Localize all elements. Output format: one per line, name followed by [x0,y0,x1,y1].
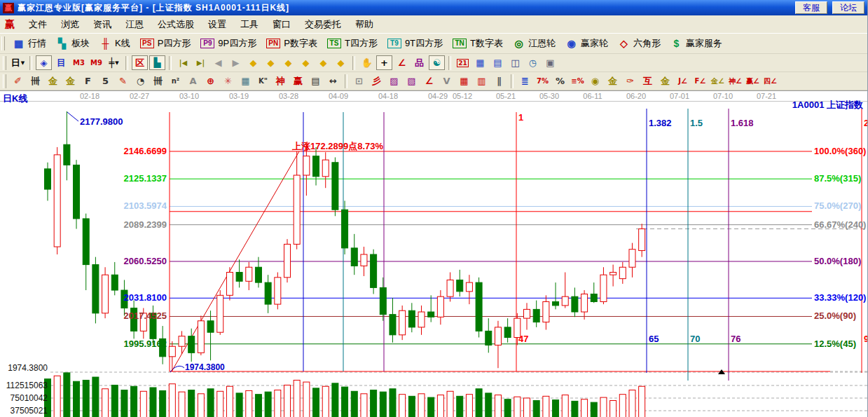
gann-wheel-button[interactable]: ◎江恩轮 [508,35,560,52]
support-button[interactable]: 客服 [795,1,827,14]
t-number-button[interactable]: TNT数字表 [448,35,508,52]
ray-fan-icon[interactable]: 彡 [368,74,385,88]
memo-icon[interactable]: ▤ [490,55,506,70]
percent-icon[interactable]: % [552,74,568,88]
menu-item-window[interactable]: 窗口 [266,18,298,31]
menu-item-formula-picker[interactable]: 公式选股 [151,18,201,31]
save-icon[interactable]: ◫ [507,55,523,70]
color-volume-icon[interactable]: ▙ [149,55,165,70]
grid-comb-icon[interactable]: 卌 [27,74,43,88]
menu-item-tools[interactable]: 工具 [233,18,266,31]
diamond-hsplit-icon[interactable]: ◆ [280,55,296,70]
wave-3-icon[interactable]: M3 [71,55,87,70]
gold-comb-2-icon[interactable]: 金 [62,74,78,88]
menu-item-help[interactable]: 帮助 [348,18,380,31]
k-quote-icon[interactable]: K" [255,74,271,88]
diamond-right-icon[interactable]: ◆ [263,55,279,70]
star-grid-icon[interactable]: ✳ [220,74,236,88]
first-bar-icon[interactable]: |◀ [175,55,191,70]
gold-comb-icon[interactable]: 金 [45,74,61,88]
purple-grid-2-icon[interactable]: ▧ [404,74,420,88]
quotes-button[interactable]: ▦行情 [8,35,51,52]
j-angle-icon[interactable]: J∠ [675,74,691,88]
angle-measure-icon[interactable]: ∠ [394,55,410,70]
candle-style-dropdown[interactable]: ╪▼ [106,55,122,70]
p-number-button[interactable]: PNP数字表 [261,35,322,52]
ink-pen-icon[interactable]: ✑ [622,74,638,88]
gold-levels-icon[interactable]: 金 [605,74,621,88]
gold-box-icon[interactable]: 金 [657,74,673,88]
hand-tool-icon[interactable]: ✋ [359,55,375,70]
red-grid-icon[interactable]: ▦ [456,74,472,88]
period-day-dropdown[interactable]: 日▼ [10,55,26,70]
winner-service-button[interactable]: $赢家服务 [666,35,727,52]
f-angle-icon[interactable]: F∠ [692,74,708,88]
t-square-button[interactable]: TST四方形 [322,35,383,52]
gold-angle-icon[interactable]: 金∠ [710,74,726,88]
hexagon-button[interactable]: ◇六角形 [613,35,666,52]
ruler-grid-icon[interactable]: ▤ [308,74,324,88]
9t-square-button[interactable]: T99T四方形 [383,35,448,52]
winner-wheel-button[interactable]: ◉赢家轮 [560,35,613,52]
si-angle-icon[interactable]: 四∠ [762,74,778,88]
shen-comb-icon[interactable]: 神 [273,74,289,88]
menu-item-trade[interactable]: 交易委托 [298,18,348,31]
time-clock-icon[interactable]: ◔ [132,74,149,88]
menu-item-gann[interactable]: 江恩 [118,18,151,31]
calculator-icon[interactable]: ▦ [472,55,488,70]
9p-square-button[interactable]: P99P四方形 [195,35,261,52]
box-grid-icon[interactable]: ▦ [237,74,254,88]
frame-tool-icon[interactable]: ⊡ [351,74,367,88]
p-square-button[interactable]: PSP四方形 [135,35,196,52]
sectors-button[interactable]: ▚板块 [51,35,95,52]
print-icon[interactable]: ▣ [542,55,558,70]
kline-chart[interactable] [0,91,867,417]
diamond-star-icon[interactable]: ◆ [333,55,349,70]
purple-grid-icon[interactable]: ▨ [386,74,402,88]
n-square-icon[interactable]: n² [167,74,184,88]
f-comb-icon[interactable]: F [80,74,96,88]
gann-region-icon[interactable]: 区 [132,55,148,70]
angle-fan-icon[interactable]: ∠ [421,74,437,88]
menu-item-file[interactable]: 文件 [22,18,54,31]
gann-shapes-icon[interactable]: 品 [411,55,427,70]
forum-button[interactable]: 论坛 [832,1,864,14]
calendar-icon[interactable]: 21 [455,55,471,70]
menu-item-news[interactable]: 资讯 [86,18,118,31]
chart-region[interactable]: 日K线 02-1802-2703-1003-1903-2804-0904-180… [0,90,867,417]
info-panel-icon[interactable]: 目 [53,55,69,70]
percent-line-icon[interactable]: 7% [535,74,551,88]
wave-9-icon[interactable]: M9 [88,55,104,70]
circle-cross-icon[interactable]: ⊕ [202,74,219,88]
five-comb-icon[interactable]: 5 [97,74,113,88]
diamond-cross-icon[interactable]: ◆ [298,55,314,70]
crosshair-tool-icon[interactable]: + [376,55,392,70]
kline-button[interactable]: ╫K线 [95,35,135,52]
menu-item-settings[interactable]: 设置 [201,18,233,31]
percent-levels-icon[interactable]: ≡% [570,74,586,88]
comb-2-icon[interactable]: 卌 [150,74,166,88]
hexagon-icon: ◇ [618,38,630,49]
a-line-icon[interactable]: A [185,74,201,88]
last-bar-icon[interactable]: ▶| [193,55,209,70]
smart-analyse-icon[interactable]: ☯ [429,55,445,70]
next-bar-icon[interactable]: ▶ [228,55,244,70]
prev-bar-icon[interactable]: ◀ [210,55,226,70]
diamond-left-icon[interactable]: ◆ [245,55,261,70]
ying-angle-icon[interactable]: 赢∠ [745,74,761,88]
ying-comb-icon[interactable]: 赢 [290,74,306,88]
menu-item-browse[interactable]: 浏览 [54,18,86,31]
world-time-icon[interactable]: ◷ [525,55,541,70]
gold-circle-icon[interactable]: ◉ [587,74,603,88]
v-wave-icon[interactable]: V [439,74,455,88]
chart-window-icon[interactable]: ◈ [36,55,52,70]
marker-pen-icon[interactable]: ✎ [115,74,131,88]
red-grid-2-icon[interactable]: ▥ [474,74,490,88]
diamond-plus-icon[interactable]: ◆ [315,55,331,70]
width-arrows-icon[interactable]: ↔ [325,74,341,88]
shen-angle-icon[interactable]: 神∠ [727,74,743,88]
knife-tool-icon[interactable]: ✐ [10,74,26,88]
column-stats-icon[interactable]: ≣ [517,74,533,88]
wave-channel-icon[interactable]: 互 [640,74,656,88]
parallel-lines-icon[interactable]: ∥ [491,74,507,88]
